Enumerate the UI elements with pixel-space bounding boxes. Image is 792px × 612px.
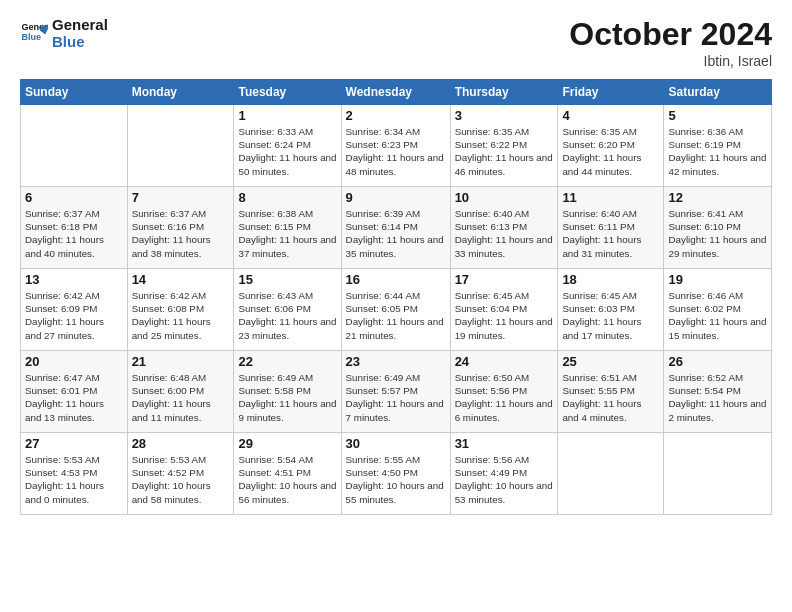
weekday-header: Tuesday	[234, 80, 341, 105]
day-info: Sunrise: 5:55 AM Sunset: 4:50 PM Dayligh…	[346, 453, 446, 506]
calendar-week-row: 20Sunrise: 6:47 AM Sunset: 6:01 PM Dayli…	[21, 351, 772, 433]
calendar-day-cell: 18Sunrise: 6:45 AM Sunset: 6:03 PM Dayli…	[558, 269, 664, 351]
day-number: 9	[346, 190, 446, 205]
day-info: Sunrise: 6:36 AM Sunset: 6:19 PM Dayligh…	[668, 125, 767, 178]
calendar-day-cell: 31Sunrise: 5:56 AM Sunset: 4:49 PM Dayli…	[450, 433, 558, 515]
day-number: 18	[562, 272, 659, 287]
day-info: Sunrise: 6:52 AM Sunset: 5:54 PM Dayligh…	[668, 371, 767, 424]
calendar-day-cell	[558, 433, 664, 515]
calendar-day-cell	[127, 105, 234, 187]
day-info: Sunrise: 6:45 AM Sunset: 6:04 PM Dayligh…	[455, 289, 554, 342]
day-number: 4	[562, 108, 659, 123]
day-number: 19	[668, 272, 767, 287]
day-number: 2	[346, 108, 446, 123]
calendar-header-row: SundayMondayTuesdayWednesdayThursdayFrid…	[21, 80, 772, 105]
calendar-day-cell	[664, 433, 772, 515]
calendar-day-cell: 16Sunrise: 6:44 AM Sunset: 6:05 PM Dayli…	[341, 269, 450, 351]
calendar-week-row: 1Sunrise: 6:33 AM Sunset: 6:24 PM Daylig…	[21, 105, 772, 187]
calendar-day-cell: 17Sunrise: 6:45 AM Sunset: 6:04 PM Dayli…	[450, 269, 558, 351]
calendar-day-cell	[21, 105, 128, 187]
day-info: Sunrise: 6:40 AM Sunset: 6:11 PM Dayligh…	[562, 207, 659, 260]
day-number: 23	[346, 354, 446, 369]
day-number: 21	[132, 354, 230, 369]
day-info: Sunrise: 6:37 AM Sunset: 6:18 PM Dayligh…	[25, 207, 123, 260]
calendar-day-cell: 13Sunrise: 6:42 AM Sunset: 6:09 PM Dayli…	[21, 269, 128, 351]
weekday-header: Monday	[127, 80, 234, 105]
day-number: 30	[346, 436, 446, 451]
day-number: 5	[668, 108, 767, 123]
calendar-week-row: 6Sunrise: 6:37 AM Sunset: 6:18 PM Daylig…	[21, 187, 772, 269]
calendar-day-cell: 19Sunrise: 6:46 AM Sunset: 6:02 PM Dayli…	[664, 269, 772, 351]
day-info: Sunrise: 6:49 AM Sunset: 5:58 PM Dayligh…	[238, 371, 336, 424]
calendar-day-cell: 2Sunrise: 6:34 AM Sunset: 6:23 PM Daylig…	[341, 105, 450, 187]
weekday-header: Sunday	[21, 80, 128, 105]
logo-line2: Blue	[52, 33, 108, 50]
calendar-table: SundayMondayTuesdayWednesdayThursdayFrid…	[20, 79, 772, 515]
day-info: Sunrise: 6:44 AM Sunset: 6:05 PM Dayligh…	[346, 289, 446, 342]
logo-line1: General	[52, 16, 108, 33]
day-number: 22	[238, 354, 336, 369]
weekday-header: Wednesday	[341, 80, 450, 105]
calendar-week-row: 13Sunrise: 6:42 AM Sunset: 6:09 PM Dayli…	[21, 269, 772, 351]
calendar-day-cell: 11Sunrise: 6:40 AM Sunset: 6:11 PM Dayli…	[558, 187, 664, 269]
calendar-day-cell: 6Sunrise: 6:37 AM Sunset: 6:18 PM Daylig…	[21, 187, 128, 269]
calendar-day-cell: 21Sunrise: 6:48 AM Sunset: 6:00 PM Dayli…	[127, 351, 234, 433]
day-number: 24	[455, 354, 554, 369]
calendar-day-cell: 8Sunrise: 6:38 AM Sunset: 6:15 PM Daylig…	[234, 187, 341, 269]
location-subtitle: Ibtin, Israel	[569, 53, 772, 69]
calendar-week-row: 27Sunrise: 5:53 AM Sunset: 4:53 PM Dayli…	[21, 433, 772, 515]
calendar-day-cell: 20Sunrise: 6:47 AM Sunset: 6:01 PM Dayli…	[21, 351, 128, 433]
day-number: 8	[238, 190, 336, 205]
day-info: Sunrise: 6:42 AM Sunset: 6:09 PM Dayligh…	[25, 289, 123, 342]
day-info: Sunrise: 6:49 AM Sunset: 5:57 PM Dayligh…	[346, 371, 446, 424]
day-info: Sunrise: 6:38 AM Sunset: 6:15 PM Dayligh…	[238, 207, 336, 260]
calendar-day-cell: 29Sunrise: 5:54 AM Sunset: 4:51 PM Dayli…	[234, 433, 341, 515]
day-number: 29	[238, 436, 336, 451]
calendar-day-cell: 26Sunrise: 6:52 AM Sunset: 5:54 PM Dayli…	[664, 351, 772, 433]
weekday-header: Saturday	[664, 80, 772, 105]
day-info: Sunrise: 6:41 AM Sunset: 6:10 PM Dayligh…	[668, 207, 767, 260]
weekday-header: Thursday	[450, 80, 558, 105]
day-info: Sunrise: 6:50 AM Sunset: 5:56 PM Dayligh…	[455, 371, 554, 424]
calendar-day-cell: 30Sunrise: 5:55 AM Sunset: 4:50 PM Dayli…	[341, 433, 450, 515]
logo-icon: General Blue	[20, 19, 48, 47]
calendar-day-cell: 15Sunrise: 6:43 AM Sunset: 6:06 PM Dayli…	[234, 269, 341, 351]
day-number: 11	[562, 190, 659, 205]
day-number: 14	[132, 272, 230, 287]
day-number: 27	[25, 436, 123, 451]
day-number: 28	[132, 436, 230, 451]
day-info: Sunrise: 6:39 AM Sunset: 6:14 PM Dayligh…	[346, 207, 446, 260]
calendar-day-cell: 28Sunrise: 5:53 AM Sunset: 4:52 PM Dayli…	[127, 433, 234, 515]
svg-text:Blue: Blue	[21, 32, 41, 42]
day-number: 7	[132, 190, 230, 205]
logo: General Blue General Blue	[20, 16, 108, 51]
day-info: Sunrise: 6:35 AM Sunset: 6:20 PM Dayligh…	[562, 125, 659, 178]
day-number: 12	[668, 190, 767, 205]
calendar-day-cell: 27Sunrise: 5:53 AM Sunset: 4:53 PM Dayli…	[21, 433, 128, 515]
day-number: 17	[455, 272, 554, 287]
calendar-day-cell: 24Sunrise: 6:50 AM Sunset: 5:56 PM Dayli…	[450, 351, 558, 433]
day-number: 13	[25, 272, 123, 287]
day-info: Sunrise: 6:45 AM Sunset: 6:03 PM Dayligh…	[562, 289, 659, 342]
day-info: Sunrise: 6:34 AM Sunset: 6:23 PM Dayligh…	[346, 125, 446, 178]
calendar-day-cell: 9Sunrise: 6:39 AM Sunset: 6:14 PM Daylig…	[341, 187, 450, 269]
day-info: Sunrise: 6:51 AM Sunset: 5:55 PM Dayligh…	[562, 371, 659, 424]
calendar-day-cell: 3Sunrise: 6:35 AM Sunset: 6:22 PM Daylig…	[450, 105, 558, 187]
page: General Blue General Blue October 2024 I…	[0, 0, 792, 612]
calendar-day-cell: 7Sunrise: 6:37 AM Sunset: 6:16 PM Daylig…	[127, 187, 234, 269]
day-info: Sunrise: 6:35 AM Sunset: 6:22 PM Dayligh…	[455, 125, 554, 178]
day-info: Sunrise: 5:54 AM Sunset: 4:51 PM Dayligh…	[238, 453, 336, 506]
title-block: October 2024 Ibtin, Israel	[569, 16, 772, 69]
day-info: Sunrise: 6:42 AM Sunset: 6:08 PM Dayligh…	[132, 289, 230, 342]
day-info: Sunrise: 6:33 AM Sunset: 6:24 PM Dayligh…	[238, 125, 336, 178]
day-info: Sunrise: 6:46 AM Sunset: 6:02 PM Dayligh…	[668, 289, 767, 342]
day-number: 31	[455, 436, 554, 451]
header: General Blue General Blue October 2024 I…	[20, 16, 772, 69]
day-info: Sunrise: 6:43 AM Sunset: 6:06 PM Dayligh…	[238, 289, 336, 342]
day-number: 25	[562, 354, 659, 369]
day-info: Sunrise: 6:47 AM Sunset: 6:01 PM Dayligh…	[25, 371, 123, 424]
calendar-day-cell: 5Sunrise: 6:36 AM Sunset: 6:19 PM Daylig…	[664, 105, 772, 187]
day-info: Sunrise: 6:37 AM Sunset: 6:16 PM Dayligh…	[132, 207, 230, 260]
calendar-day-cell: 22Sunrise: 6:49 AM Sunset: 5:58 PM Dayli…	[234, 351, 341, 433]
day-number: 1	[238, 108, 336, 123]
